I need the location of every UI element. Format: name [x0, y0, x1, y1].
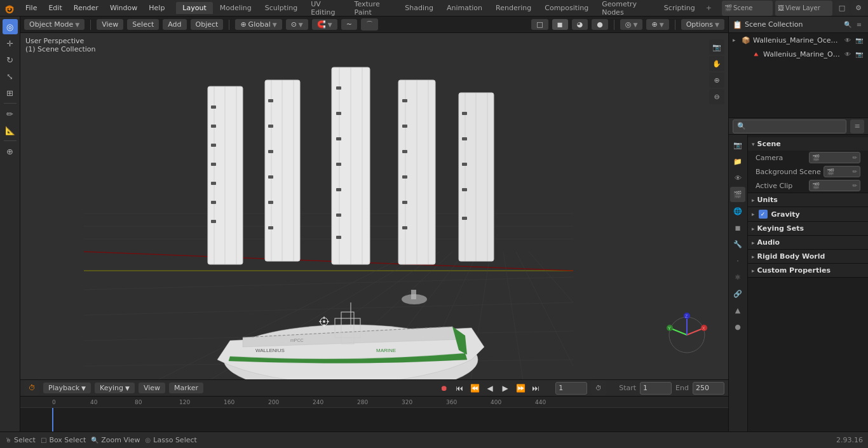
tab-sculpting[interactable]: Sculpting: [259, 2, 304, 14]
add-tab-button[interactable]: +: [702, 3, 715, 13]
keying-sets-header[interactable]: ▸ Keying Sets: [748, 222, 868, 235]
tool-add[interactable]: ⊕: [3, 144, 18, 159]
props-tab-particles[interactable]: ·: [730, 253, 745, 268]
viewport-gizmos[interactable]: ⊕ ▼: [646, 19, 668, 30]
pivot-point[interactable]: ⊙ ▼: [286, 19, 308, 30]
transform-orientation[interactable]: ⊕ Global ▼: [235, 19, 281, 30]
tab-shading[interactable]: Shading: [398, 2, 440, 14]
props-search-field[interactable]: 🔍: [733, 119, 846, 133]
jump-end-btn[interactable]: ⏭: [529, 381, 543, 395]
viewport-shading-wire[interactable]: □: [531, 19, 548, 30]
viewport-shading-solid[interactable]: ◼: [552, 19, 568, 30]
background-scene-field[interactable]: 🎬 ✏: [824, 166, 860, 177]
tool-transform[interactable]: ⊞: [3, 85, 18, 100]
viewport-3d[interactable]: Object Mode ▼ View Select Add Object ⊕ G…: [20, 17, 728, 379]
props-tab-object[interactable]: ◼: [730, 220, 745, 235]
play-reverse-btn[interactable]: ◀: [483, 381, 497, 395]
keying-menu[interactable]: Keying ▼: [95, 383, 135, 393]
props-tab-render[interactable]: 📷: [730, 137, 745, 153]
menu-edit[interactable]: Edit: [43, 3, 67, 13]
clip-eyedropper[interactable]: ✏: [852, 182, 857, 189]
outliner-item-1[interactable]: 🔺 Wallenius_Marine_Ocean 👁 📷: [729, 47, 868, 61]
proportional-falloff[interactable]: ⌒: [361, 18, 378, 31]
bg-scene-eyedropper[interactable]: ✏: [852, 168, 857, 175]
tab-animation[interactable]: Animation: [440, 2, 489, 14]
jump-start-btn[interactable]: ⏮: [452, 381, 466, 395]
current-frame-input[interactable]: 1: [555, 382, 587, 395]
preferences-btn[interactable]: ⚙: [851, 1, 865, 15]
marker-menu[interactable]: Marker: [169, 383, 203, 393]
gravity-checkbox[interactable]: ✓: [759, 210, 768, 219]
tab-layout[interactable]: Layout: [176, 2, 212, 14]
next-frame-btn[interactable]: ⏩: [513, 381, 527, 395]
outliner-filter[interactable]: ≡: [854, 20, 864, 30]
start-frame-input[interactable]: 1: [640, 382, 672, 395]
props-tab-world[interactable]: 🌐: [730, 203, 745, 219]
select-menu[interactable]: Select: [127, 19, 159, 30]
active-clip-field[interactable]: 🎬 ✏: [809, 180, 860, 191]
gravity-header[interactable]: ▸ ✓ Gravity: [748, 207, 868, 221]
tool-cursor[interactable]: ◎: [3, 19, 18, 34]
custom-props-header[interactable]: ▸ Custom Properties: [748, 264, 868, 277]
camera-view-btn[interactable]: 📷: [709, 39, 724, 55]
hand-tool-btn[interactable]: ✋: [709, 56, 724, 71]
object-menu[interactable]: Object: [191, 19, 224, 30]
playback-menu[interactable]: Playback ▼: [43, 383, 91, 393]
props-tab-material[interactable]: ●: [730, 319, 745, 334]
expand-ui-btn[interactable]: □: [835, 1, 849, 15]
outliner-item-1-render[interactable]: 📷: [854, 49, 864, 59]
viewport-shading-material[interactable]: ◕: [572, 19, 588, 30]
view-menu[interactable]: View: [97, 19, 123, 30]
props-tab-output[interactable]: 📁: [730, 154, 745, 169]
options-menu[interactable]: Options ▼: [681, 19, 724, 30]
outliner-item-0[interactable]: ▸ 📦 Wallenius_Marine_Oceanbird 👁 📷: [729, 33, 868, 47]
camera-eyedropper[interactable]: ✏: [852, 154, 857, 161]
outliner-item-render[interactable]: 📷: [854, 35, 864, 45]
outliner-item-visibility[interactable]: 👁: [843, 35, 853, 45]
zoom-btn[interactable]: ⊕: [709, 72, 724, 88]
camera-field[interactable]: 🎬 ✏: [809, 152, 860, 163]
tab-geometry-nodes[interactable]: Geometry Nodes: [595, 0, 657, 18]
timeline-playhead[interactable]: [52, 408, 53, 431]
props-tab-modifier[interactable]: 🔧: [730, 236, 745, 252]
props-tab-data[interactable]: ▲: [730, 302, 745, 318]
scene-selector[interactable]: 🎬 Scene: [722, 1, 773, 16]
viewport-shading-render[interactable]: ●: [592, 19, 608, 30]
end-frame-input[interactable]: 250: [693, 382, 724, 395]
timeline-view-menu[interactable]: View: [139, 383, 165, 393]
viewport-gizmo[interactable]: X Y Z: [665, 309, 709, 354]
object-mode-selector[interactable]: Object Mode ▼: [24, 19, 85, 30]
add-menu[interactable]: Add: [163, 19, 186, 30]
audio-header[interactable]: ▸ Audio: [748, 236, 868, 249]
scene-section-header[interactable]: ▾ Scene: [748, 137, 868, 151]
props-tab-view[interactable]: 👁: [730, 170, 745, 186]
menu-window[interactable]: Window: [105, 3, 142, 13]
outliner-item-1-visibility[interactable]: 👁: [843, 49, 853, 59]
tool-rotate[interactable]: ↻: [3, 52, 18, 67]
menu-render[interactable]: Render: [69, 3, 104, 13]
props-tab-constraints[interactable]: 🔗: [730, 286, 745, 301]
tab-modeling[interactable]: Modeling: [214, 2, 258, 14]
tab-texture-paint[interactable]: Texture Paint: [348, 0, 398, 18]
zoom-out-btn[interactable]: ⊖: [709, 89, 724, 104]
outliner-search[interactable]: 🔍: [843, 20, 853, 30]
timeline-track[interactable]: [20, 408, 728, 431]
proportional-edit[interactable]: ~: [341, 19, 357, 30]
tab-scripting[interactable]: Scripting: [658, 2, 702, 14]
tool-scale[interactable]: ⤡: [3, 69, 18, 84]
tab-compositing[interactable]: Compositing: [538, 2, 595, 14]
view-layer-selector[interactable]: 🖼 View Layer: [775, 1, 832, 16]
prev-frame-btn[interactable]: ⏪: [468, 381, 482, 395]
viewport-overlays[interactable]: ◎ ▼: [620, 19, 643, 30]
menu-file[interactable]: File: [20, 3, 42, 13]
snap-toggle[interactable]: 🧲 ▼: [312, 19, 337, 30]
units-header[interactable]: ▸ Units: [748, 193, 868, 207]
record-btn[interactable]: ⏺: [437, 381, 451, 395]
props-tab-scene[interactable]: 🎬: [730, 187, 745, 202]
tool-move[interactable]: ✛: [3, 36, 18, 51]
tool-measure[interactable]: 📐: [3, 123, 18, 138]
props-filter-btn[interactable]: ≡: [850, 119, 864, 133]
tool-annotate[interactable]: ✏: [3, 106, 18, 121]
tab-uv-editing[interactable]: UV Editing: [304, 0, 347, 18]
rigid-body-header[interactable]: ▸ Rigid Body World: [748, 250, 868, 263]
